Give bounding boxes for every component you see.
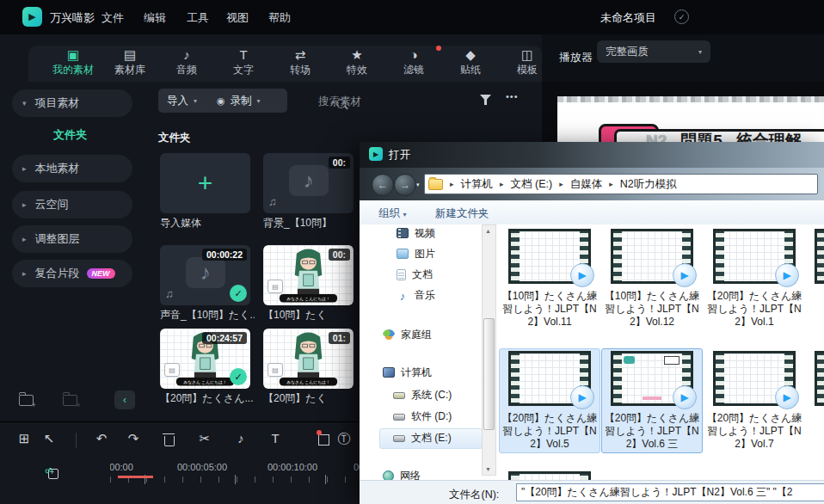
asset-tab-strip: ▣ 我的素材 ▤ 素材库 ♪ 音频 T 文字 ⇄ 转场 ★ 特效 ◑ 滤镜 ◆ …	[28, 46, 542, 82]
documents-icon	[397, 269, 406, 280]
play-overlay-icon: ▶	[673, 385, 697, 409]
tab-stickers[interactable]: ◆ 贴纸	[443, 47, 498, 82]
sidebar-item-drive-d[interactable]: 软件 (D:)	[393, 408, 452, 425]
delete-icon[interactable]	[164, 436, 175, 446]
music-notes-icon: ♫	[268, 195, 277, 208]
project-title: 未命名项目	[600, 10, 656, 26]
tab-my-media[interactable]: ▣ 我的素材	[46, 47, 101, 82]
file-item-vol5-selected[interactable]: ▶ 【20問】たくさん練習しよう！JLPT【N2】Vol.5	[499, 348, 600, 453]
duration-badge: 00:	[329, 249, 350, 261]
scroll-up-icon[interactable]: ▲	[483, 228, 493, 234]
media-item-video-20q-a[interactable]: みなさん こんにちは！ ▤ 00:24:57 ✓	[160, 329, 250, 389]
app-logo-icon[interactable]: ▶	[22, 7, 42, 27]
file-item-vol1[interactable]: ▶ 【20問】たくさん練習しよう！JLPT【N2】Vol.1	[706, 229, 802, 329]
filters-notification-dot	[436, 46, 441, 51]
breadcrumb-n2-folder[interactable]: N2听力模拟	[620, 177, 677, 192]
music-notes-icon: ♫	[165, 287, 174, 300]
file-item-vol11[interactable]: ▶ 【10問】たくさん練習しよう！JLPT【N2】Vol.11	[501, 229, 598, 329]
add-folder-icon[interactable]: +	[19, 395, 34, 406]
tab-effects[interactable]: ★ 特效	[329, 47, 384, 82]
import-media-tile[interactable]: +	[160, 153, 250, 213]
stickers-icon: ◆	[443, 47, 498, 62]
organize-menu[interactable]: 组织 ▾	[378, 206, 407, 221]
menu-help[interactable]: 帮助	[268, 10, 291, 26]
menu-tools[interactable]: 工具	[187, 10, 209, 26]
breadcrumb-self-media[interactable]: 自媒体	[570, 177, 603, 192]
tab-stock-media[interactable]: ▤ 素材库	[102, 47, 157, 82]
new-folder-button[interactable]: 新建文件夹	[435, 206, 489, 221]
tab-audio[interactable]: ♪ 音频	[159, 47, 214, 82]
redo-icon[interactable]: ↷	[124, 431, 143, 446]
sidebar-item-music[interactable]: ♪ 音乐	[397, 286, 435, 304]
forward-button[interactable]: →	[394, 174, 416, 196]
tab-filters[interactable]: ◑ 滤镜	[386, 47, 441, 82]
file-item-vol7[interactable]: ▶ 【20問】たくさん練習しよう！JLPT【N2】Vol.7	[706, 351, 802, 451]
sidebar-item-drive-e[interactable]: 文档 (E:)	[393, 429, 452, 446]
sidebar-item-cloud[interactable]: ▸ 云空间	[12, 191, 132, 218]
media-item-video-20q-b[interactable]: みなさん こんにちは！ ▤ 01:	[263, 329, 354, 389]
menu-file[interactable]: 文件	[101, 10, 124, 26]
media-section-title: 文件夹	[158, 131, 191, 145]
play-overlay-icon: ▶	[673, 263, 697, 287]
more-options-icon[interactable]: •••	[506, 91, 519, 101]
search-input[interactable]: 搜索素材	[318, 95, 361, 109]
sidebar-item-documents[interactable]: 文档	[397, 266, 433, 283]
split-scissors-icon[interactable]: ✂	[195, 431, 214, 446]
open-file-dialog: ▶ 打开 ← → ▾ ▸ 计算机 ▸ 文档 (E:) ▸ 自媒体 ▸ N2听力模…	[360, 142, 824, 504]
filename-input[interactable]: "【20問】たくさん練習しよう！JLPT【N2】Vol.6 三" "【2	[516, 483, 824, 501]
sidebar-item-videos[interactable]: 视频	[397, 224, 435, 242]
media-item-audio-bg[interactable]: ♪ ♫ 00:	[263, 153, 354, 213]
scroll-down-icon[interactable]: ▼	[483, 466, 493, 472]
crop-notification-dot	[317, 430, 322, 435]
recent-locations-chevron-icon[interactable]: ▾	[416, 181, 420, 188]
tab-text[interactable]: T 文字	[216, 47, 271, 82]
media-item-video-10q[interactable]: みなさん こんにちは！ ▤ 00:	[263, 245, 354, 305]
sidebar-item-computer[interactable]: 计算机	[383, 364, 432, 381]
quick-text-icon[interactable]: Ⓣ	[335, 431, 354, 447]
sidebar-item-local-media[interactable]: ▸ 本地素材	[12, 155, 132, 182]
sidebar-item-pictures[interactable]: 图片	[397, 245, 435, 262]
breadcrumb-computer[interactable]: 计算机	[461, 177, 494, 192]
sidebar-item-adjustment-layer[interactable]: ▸ 调整图层	[12, 225, 132, 253]
timeline-ruler[interactable]: 00:00:00 00:00:05:00 00:00:10:00 00	[110, 461, 360, 487]
homegroup-icon	[383, 329, 395, 340]
detach-audio-icon[interactable]: ♪	[231, 431, 250, 446]
sidebar-item-homegroup[interactable]: 家庭组	[383, 326, 432, 343]
text-tool-icon[interactable]: T	[266, 431, 285, 446]
sidebar-item-drive-c[interactable]: 系统 (C:)	[393, 386, 452, 403]
collapse-sidebar-button[interactable]: ‹	[114, 390, 135, 409]
link-icon[interactable]: ∞	[43, 463, 55, 477]
file-item-partial-column[interactable]	[815, 351, 824, 406]
drive-icon	[393, 414, 405, 421]
undo-icon[interactable]: ↶	[92, 431, 111, 446]
effects-icon: ★	[329, 47, 384, 62]
back-button[interactable]: ←	[372, 174, 394, 196]
record-button[interactable]: ◉ 录制 ▾	[208, 89, 287, 113]
network-icon	[383, 470, 394, 481]
scrollbar-thumb[interactable]	[483, 318, 495, 430]
file-item-vol12[interactable]: ▶ 【10問】たくさん練習しよう！JLPT【N2】Vol.12	[604, 229, 700, 329]
select-tool-icon[interactable]: ↖	[40, 431, 58, 446]
dialog-title-bar[interactable]: ▶ 打开	[360, 142, 824, 168]
address-bar[interactable]: ▸ 计算机 ▸ 文档 (E:) ▸ 自媒体 ▸ N2听力模拟	[424, 174, 818, 194]
menu-view[interactable]: 视图	[226, 10, 249, 26]
quality-dropdown[interactable]: 完整画质 ▾	[597, 40, 710, 63]
media-item-label: 声音_【10問】たく...	[160, 308, 255, 323]
chevron-down-icon: ▾	[257, 97, 261, 105]
delete-folder-icon[interactable]: ×	[63, 395, 77, 406]
file-item-partial-column[interactable]	[815, 229, 824, 284]
sidebar-item-folder-selected[interactable]: 文件夹	[53, 127, 87, 143]
sidebar-item-network[interactable]: 网络	[383, 467, 421, 480]
file-item-partial[interactable]	[508, 471, 591, 480]
tab-transition[interactable]: ⇄ 转场	[273, 47, 328, 82]
media-item-audio-voice[interactable]: ♪ ♫ 00:00:22 ✓	[160, 245, 250, 305]
sidebar-scrollbar[interactable]: ▲ ▼	[482, 224, 496, 476]
layout-tool-icon[interactable]: ⊞	[15, 431, 34, 446]
sidebar-item-compound-clip[interactable]: ▸ 复合片段 NEW	[12, 260, 132, 287]
crop-icon[interactable]	[318, 434, 329, 446]
file-item-vol6-selected[interactable]: ▶ 【20問】たくさん練習しよう！JLPT【N2】Vol.6 三	[601, 348, 703, 453]
menu-edit[interactable]: 编辑	[144, 10, 166, 26]
video-file-thumbnail: ▶	[611, 229, 693, 284]
breadcrumb-drive-e[interactable]: 文档 (E:)	[511, 177, 553, 192]
sidebar-item-project-media[interactable]: ▾ 项目素材	[12, 89, 132, 117]
